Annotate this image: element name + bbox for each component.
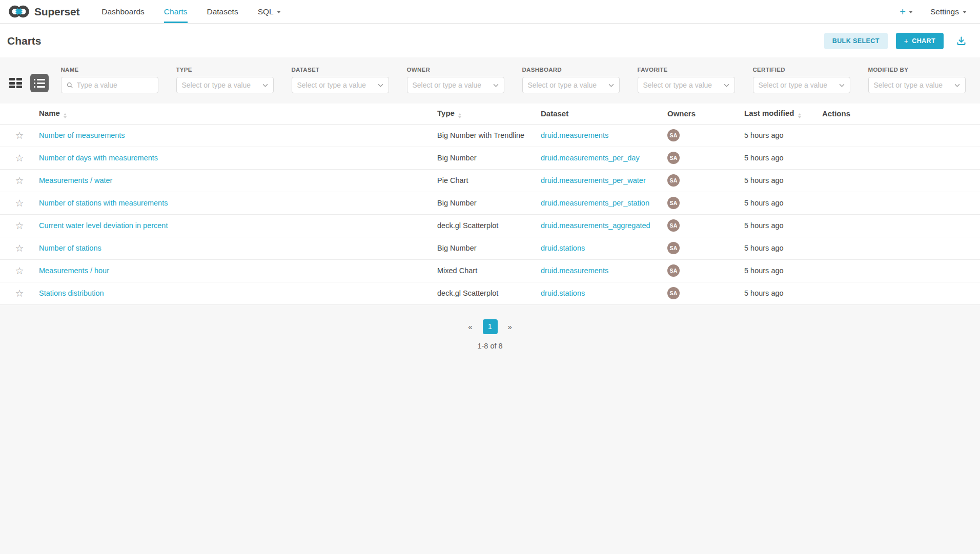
- column-header-actions: Actions: [822, 104, 980, 124]
- filter-type: TYPE Select or type a value: [176, 67, 274, 93]
- owner-avatar[interactable]: SA: [667, 197, 680, 209]
- settings-menu[interactable]: Settings: [930, 7, 967, 16]
- pagination-summary: 1-8 of 8: [477, 342, 502, 350]
- owner-avatar[interactable]: SA: [667, 219, 680, 232]
- favorite-filter-select[interactable]: Select or type a value: [638, 77, 735, 93]
- chevron-down-icon: [608, 84, 614, 87]
- type-filter-select[interactable]: Select or type a value: [176, 77, 274, 93]
- new-item-menu[interactable]: +: [900, 7, 913, 17]
- download-icon: [956, 35, 967, 46]
- table-row: Current water level deviation in percent…: [0, 214, 980, 237]
- modified-by-filter-select[interactable]: Select or type a value: [868, 77, 966, 93]
- owner-avatar[interactable]: SA: [667, 287, 680, 299]
- dataset-link[interactable]: druid.measurements_per_station: [541, 199, 649, 207]
- last-modified: 5 hours ago: [744, 237, 822, 259]
- dataset-link[interactable]: druid.measurements: [541, 266, 608, 275]
- main-nav: Dashboards Charts Datasets SQL: [92, 0, 290, 23]
- top-navbar: Superset Dashboards Charts Datasets SQL …: [0, 0, 980, 24]
- row-actions: [822, 237, 980, 259]
- chevron-down-icon: [954, 84, 960, 87]
- table-row: Measurements / hour Mixed Chart druid.me…: [0, 259, 980, 282]
- column-header-dataset: Dataset: [541, 104, 667, 124]
- favorite-star-icon[interactable]: [15, 243, 24, 254]
- row-actions: [822, 124, 980, 147]
- nav-item-charts[interactable]: Charts: [164, 0, 188, 23]
- dataset-link[interactable]: druid.stations: [541, 289, 585, 297]
- chart-type: Big Number: [437, 147, 541, 169]
- column-header-type[interactable]: Type: [437, 104, 541, 124]
- filter-dashboard: DASHBOARD Select or type a value: [522, 67, 620, 93]
- filters: NAME TYPE Select or type a value DATASET: [61, 67, 966, 93]
- name-filter-input[interactable]: [77, 81, 153, 89]
- last-modified: 5 hours ago: [744, 147, 822, 169]
- table-row: Number of days with measurements Big Num…: [0, 147, 980, 169]
- export-button[interactable]: [956, 35, 967, 46]
- chevron-down-icon: [493, 84, 499, 87]
- favorite-star-icon[interactable]: [15, 198, 24, 209]
- favorite-star-icon[interactable]: [15, 175, 24, 186]
- favorite-star-icon[interactable]: [15, 220, 24, 231]
- last-modified: 5 hours ago: [744, 124, 822, 147]
- chevron-down-icon: [839, 84, 845, 87]
- chart-name-link[interactable]: Number of days with measurements: [39, 154, 158, 162]
- next-page-button[interactable]: »: [508, 322, 512, 331]
- superset-logo-icon: [8, 5, 30, 18]
- column-header-owners: Owners: [667, 104, 744, 124]
- chart-type: Pie Chart: [437, 169, 541, 192]
- dataset-link[interactable]: druid.measurements_per_day: [541, 154, 640, 162]
- filter-favorite: FAVORITE Select or type a value: [638, 67, 735, 93]
- owner-avatar[interactable]: SA: [667, 129, 680, 141]
- dataset-link[interactable]: druid.measurements_per_water: [541, 176, 646, 184]
- chart-name-link[interactable]: Stations distribution: [39, 289, 104, 297]
- bulk-select-button[interactable]: BULK SELECT: [824, 33, 888, 49]
- dashboard-filter-select[interactable]: Select or type a value: [522, 77, 620, 93]
- nav-item-dashboards[interactable]: Dashboards: [101, 0, 145, 23]
- dataset-filter-select[interactable]: Select or type a value: [292, 77, 389, 93]
- owner-avatar[interactable]: SA: [667, 242, 680, 254]
- chart-name-link[interactable]: Number of stations with measurements: [39, 199, 168, 207]
- dataset-link[interactable]: druid.measurements: [541, 131, 608, 139]
- plus-icon: +: [900, 7, 906, 17]
- certified-filter-select[interactable]: Select or type a value: [753, 77, 850, 93]
- owner-avatar[interactable]: SA: [667, 152, 680, 164]
- owner-filter-select[interactable]: Select or type a value: [407, 77, 504, 93]
- nav-item-sql[interactable]: SQL: [258, 0, 281, 23]
- chart-name-link[interactable]: Number of stations: [39, 244, 101, 252]
- column-header-name[interactable]: Name: [39, 104, 437, 124]
- table-row: Stations distribution deck.gl Scatterplo…: [0, 282, 980, 304]
- row-actions: [822, 259, 980, 282]
- charts-table: Name Type Dataset Owners Last modified A…: [0, 104, 980, 305]
- favorite-star-icon[interactable]: [15, 153, 24, 163]
- owner-avatar[interactable]: SA: [667, 264, 680, 277]
- favorite-star-icon[interactable]: [15, 265, 24, 276]
- card-view-toggle[interactable]: [7, 76, 24, 90]
- chart-type: Big Number: [437, 192, 541, 214]
- table-row: Number of measurements Big Number with T…: [0, 124, 980, 147]
- page-header: Charts BULK SELECT + CHART: [0, 24, 980, 57]
- column-header-last-modified[interactable]: Last modified: [744, 104, 822, 124]
- dataset-link[interactable]: druid.stations: [541, 244, 585, 252]
- sort-icon: [64, 113, 67, 118]
- page-1-button[interactable]: 1: [483, 319, 498, 334]
- navbar-right: + Settings: [900, 0, 967, 23]
- dataset-link[interactable]: druid.measurements_aggregated: [541, 221, 650, 230]
- chart-name-link[interactable]: Current water level deviation in percent: [39, 221, 168, 230]
- superset-brand[interactable]: Superset: [8, 0, 79, 23]
- favorite-star-icon[interactable]: [15, 288, 24, 299]
- chevron-down-icon: [724, 84, 729, 87]
- row-actions: [822, 192, 980, 214]
- list-view-toggle[interactable]: [30, 74, 49, 92]
- row-actions: [822, 147, 980, 169]
- prev-page-button[interactable]: «: [468, 322, 472, 331]
- chart-name-link[interactable]: Measurements / water: [39, 176, 112, 184]
- owner-avatar[interactable]: SA: [667, 174, 680, 187]
- filter-owner: OWNER Select or type a value: [407, 67, 504, 93]
- add-chart-button[interactable]: + CHART: [896, 33, 944, 49]
- last-modified: 5 hours ago: [744, 259, 822, 282]
- chart-name-link[interactable]: Number of measurements: [39, 131, 125, 139]
- nav-item-datasets[interactable]: Datasets: [207, 0, 238, 23]
- favorite-star-icon[interactable]: [15, 130, 24, 141]
- table-row: Number of stations Big Number druid.stat…: [0, 237, 980, 259]
- chart-name-link[interactable]: Measurements / hour: [39, 266, 109, 275]
- pagination: « 1 » 1-8 of 8: [0, 319, 980, 350]
